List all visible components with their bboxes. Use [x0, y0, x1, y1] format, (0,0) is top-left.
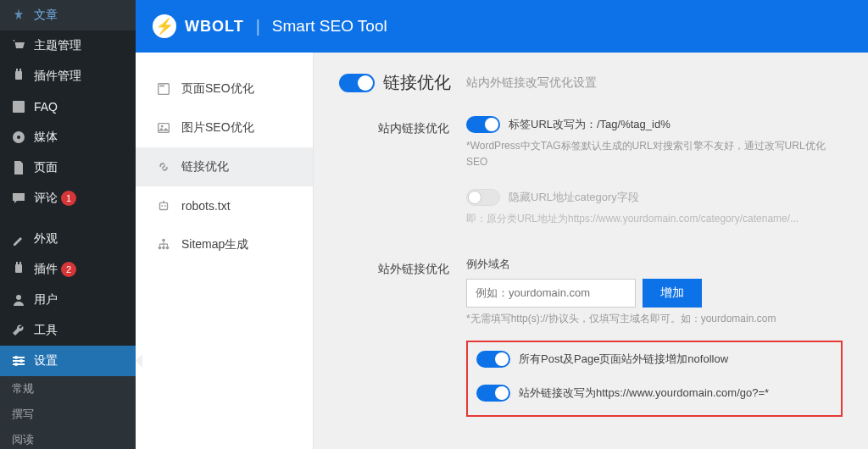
submenu-reading[interactable]: 阅读 — [0, 427, 136, 449]
nofollow-label: 所有Post及Page页面站外链接增加nofollow — [519, 352, 728, 367]
tab-robots[interactable]: robots.txt — [136, 186, 313, 225]
svg-point-26 — [162, 247, 165, 250]
cart-icon — [10, 37, 27, 54]
svg-point-13 — [14, 356, 18, 359]
svg-point-24 — [162, 239, 165, 242]
tag-url-label: 标签URL改写为：/Tag/%tag_id% — [509, 117, 670, 132]
plugin-subnav: 页面SEO优化 图片SEO优化 链接优化 robots.txt Sitemap生… — [136, 53, 314, 449]
sidebar-label: 媒体 — [34, 130, 58, 145]
sidebar-item-comments[interactable]: 评论1 — [0, 183, 136, 213]
tab-link-opt[interactable]: 链接优化 — [136, 147, 313, 186]
domain-exception-label: 例外域名 — [466, 257, 843, 272]
nofollow-toggle[interactable] — [476, 351, 510, 368]
tool-icon — [10, 322, 27, 339]
section-toggle[interactable] — [339, 74, 375, 92]
category-hint: 即：原分类URL地址为https://www.yourdomain.com/ca… — [466, 211, 843, 227]
svg-rect-6 — [15, 264, 22, 273]
external-link-row: 站外链接优化 例外域名 增加 *无需填写http(s)://协议头，仅填写主域名… — [339, 257, 843, 417]
badge: 1 — [61, 191, 76, 206]
svg-rect-8 — [19, 262, 21, 264]
sidebar-item-settings[interactable]: 设置 — [0, 346, 136, 376]
svg-point-22 — [164, 205, 166, 207]
add-domain-button[interactable]: 增加 — [643, 279, 702, 308]
sidebar-item-users[interactable]: 用户 — [0, 285, 136, 315]
sidebar-label: 插件管理 — [34, 69, 81, 84]
sidebar-label: FAQ — [34, 100, 58, 114]
sidebar-label: 文章 — [34, 8, 58, 23]
sidebar-item-faq[interactable]: FAQ — [0, 91, 136, 122]
media-icon — [10, 129, 27, 146]
sidebar-label: 页面 — [34, 160, 58, 175]
svg-point-19 — [161, 125, 164, 128]
comment-icon — [10, 190, 27, 207]
sitemap-icon — [156, 237, 171, 252]
section-desc: 站内外链接改写优化设置 — [466, 75, 597, 91]
page-icon — [10, 159, 27, 176]
gear-icon — [10, 352, 27, 369]
svg-rect-20 — [160, 202, 168, 209]
sidebar-label: 外观 — [34, 231, 58, 247]
sidebar-item-appearance[interactable]: 外观 — [0, 224, 136, 254]
svg-rect-1 — [16, 69, 18, 71]
sidebar-label: 设置 — [34, 353, 58, 369]
sidebar-label: 主题管理 — [34, 38, 81, 53]
badge: 2 — [61, 262, 76, 277]
svg-point-21 — [161, 205, 163, 207]
category-label: 隐藏URL地址category字段 — [509, 190, 639, 205]
image-icon — [156, 120, 171, 136]
sidebar-item-posts[interactable]: 文章 — [0, 0, 136, 30]
link-icon — [156, 159, 171, 175]
tag-url-hint: *WordPress中文TAG标签默认生成的URL对搜索引擎不友好，通过改写UR… — [466, 138, 843, 170]
domain-input[interactable] — [466, 279, 636, 308]
sidebar-item-theme[interactable]: 主题管理 — [0, 30, 136, 61]
tab-page-seo[interactable]: 页面SEO优化 — [136, 69, 313, 108]
plugin-banner: ⚡ WBOLT | Smart SEO Tool — [136, 0, 868, 53]
sidebar-label: 用户 — [34, 292, 58, 308]
svg-rect-17 — [160, 86, 164, 87]
category-toggle[interactable] — [466, 189, 500, 206]
go-redirect-toggle[interactable] — [476, 385, 510, 402]
plugin-title: Smart SEO Tool — [272, 17, 387, 36]
sidebar-item-plugins[interactable]: 插件2 — [0, 254, 136, 285]
svg-rect-18 — [159, 124, 170, 133]
user-icon — [10, 291, 27, 308]
tab-label: Sitemap生成 — [181, 237, 248, 252]
tab-label: 图片SEO优化 — [181, 120, 254, 136]
svg-rect-2 — [19, 69, 21, 71]
tag-url-toggle[interactable] — [466, 116, 500, 133]
settings-panel: 链接优化 站内外链接改写优化设置 站内链接优化 标签URL改写为：/Tag/%t… — [314, 53, 868, 449]
sidebar-item-tools[interactable]: 工具 — [0, 315, 136, 346]
tab-image-seo[interactable]: 图片SEO优化 — [136, 108, 313, 147]
svg-rect-3 — [13, 101, 25, 113]
robot-icon — [156, 198, 171, 213]
brush-icon — [10, 230, 27, 247]
faq-icon — [10, 98, 27, 115]
internal-link-row: 站内链接优化 标签URL改写为：/Tag/%tag_id% *WordPress… — [339, 116, 843, 228]
submenu-general[interactable]: 常规 — [0, 376, 136, 402]
field-label: 站内链接优化 — [339, 116, 466, 136]
svg-rect-7 — [16, 262, 18, 264]
main-area: ⚡ WBOLT | Smart SEO Tool 页面SEO优化 图片SEO优化… — [136, 0, 868, 449]
svg-point-14 — [19, 359, 23, 363]
tab-sitemap[interactable]: Sitemap生成 — [136, 225, 313, 264]
sidebar-item-media[interactable]: 媒体 — [0, 122, 136, 152]
tab-label: 链接优化 — [181, 159, 229, 175]
sidebar-label: 插件 — [34, 262, 58, 277]
section-header: 链接优化 站内外链接改写优化设置 — [339, 71, 843, 94]
wbolt-logo-icon: ⚡ — [153, 14, 176, 38]
svg-point-25 — [159, 247, 162, 250]
sidebar-label: 工具 — [34, 323, 58, 338]
svg-point-9 — [16, 295, 21, 300]
field-label: 站外链接优化 — [339, 257, 466, 277]
sidebar-item-pages[interactable]: 页面 — [0, 152, 136, 183]
svg-rect-0 — [15, 71, 22, 80]
sidebar-item-plugin-mgmt[interactable]: 插件管理 — [0, 61, 136, 91]
svg-point-27 — [166, 247, 170, 250]
domain-hint: *无需填写http(s)://协议头，仅填写主域名即可。如：yourdomain… — [466, 311, 843, 327]
highlighted-box: 所有Post及Page页面站外链接增加nofollow 站外链接改写为https… — [466, 341, 843, 417]
svg-point-5 — [17, 136, 20, 139]
plugin-icon — [10, 261, 27, 278]
tab-label: robots.txt — [181, 199, 231, 213]
submenu-writing[interactable]: 撰写 — [0, 402, 136, 427]
sidebar-label: 评论 — [34, 191, 58, 206]
